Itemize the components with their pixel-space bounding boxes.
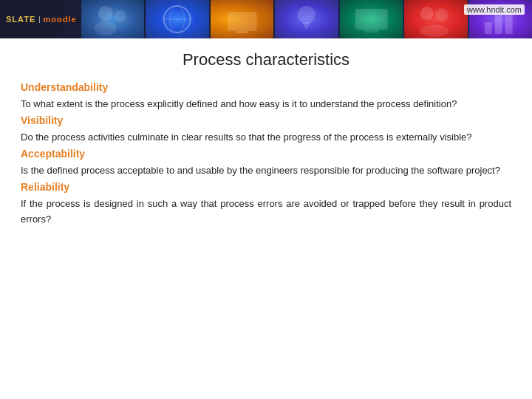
svg-point-12 (420, 7, 434, 20)
svg-rect-15 (484, 22, 491, 34)
header-img-people2 (404, 0, 467, 38)
slate-logo-text: SLATE (6, 15, 35, 24)
heading-visibility: Visibility (21, 115, 511, 126)
body-acceptability: Is the defined process acceptable to and… (21, 163, 511, 178)
website-url: www.hndit.com (464, 4, 525, 15)
header-banner: SLATE | moodle (0, 0, 532, 38)
moodle-logo-text: moodle (44, 15, 77, 24)
body-visibility: Do the process activities culminate in c… (21, 130, 511, 145)
svg-point-14 (420, 25, 449, 37)
body-reliability: If the process is designed in such a way… (21, 197, 511, 226)
content-area: Process characteristics Understandabilit… (0, 38, 532, 242)
section-visibility: Visibility Do the process activities cul… (21, 115, 511, 145)
header-img-people (81, 0, 144, 38)
svg-marker-9 (302, 22, 311, 30)
section-acceptability: Acceptability Is the defined process acc… (21, 148, 511, 178)
page-title: Process characteristics (21, 50, 511, 69)
svg-rect-7 (236, 31, 248, 33)
section-understandability: Understandability To what extent is the … (21, 81, 511, 112)
header-img-tech (211, 0, 273, 38)
logo-divider: | (38, 16, 40, 23)
svg-rect-11 (364, 30, 378, 33)
svg-point-13 (435, 8, 449, 21)
heading-reliability: Reliability (21, 181, 511, 193)
heading-acceptability: Acceptability (21, 148, 511, 160)
svg-point-2 (115, 10, 126, 22)
svg-rect-10 (355, 9, 387, 30)
body-understandability: To what extent is the process explicitly… (21, 97, 511, 112)
slate-moodle-logo: SLATE | moodle (6, 15, 77, 24)
svg-point-8 (298, 6, 316, 24)
svg-rect-16 (494, 15, 502, 34)
header-img-globe (146, 0, 208, 38)
logo-area: SLATE | moodle (0, 15, 81, 24)
svg-rect-6 (228, 12, 257, 31)
header-img-comm (275, 0, 338, 38)
svg-point-1 (95, 21, 117, 35)
header-img-devices (340, 0, 403, 38)
section-reliability: Reliability If the process is designed i… (21, 181, 511, 226)
svg-point-0 (98, 6, 113, 21)
heading-understandability: Understandability (21, 81, 511, 93)
